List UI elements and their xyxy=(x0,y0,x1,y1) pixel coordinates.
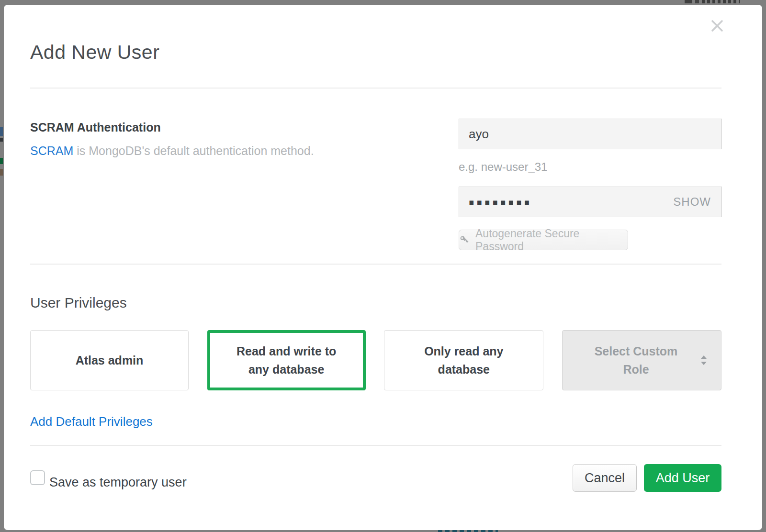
backdrop-fragment xyxy=(695,0,699,3)
autogenerate-password-label: Autogenerate Secure Password xyxy=(475,227,628,253)
cancel-button-label: Cancel xyxy=(585,471,625,486)
add-user-button-label: Add User xyxy=(656,471,710,486)
scram-description: SCRAM is MongoDB's default authenticatio… xyxy=(30,144,314,158)
section-divider xyxy=(30,88,721,89)
privilege-only-read-any-db-button[interactable]: Only read any database xyxy=(384,330,543,390)
select-custom-role-dropdown[interactable]: Select Custom Role xyxy=(562,330,721,390)
scram-description-text: is MongoDB's default authentication meth… xyxy=(73,144,314,157)
username-input[interactable] xyxy=(459,119,722,149)
backdrop-fragment xyxy=(702,0,740,3)
close-icon[interactable] xyxy=(708,16,727,35)
privilege-label: Only read any database xyxy=(404,342,524,378)
page-title: Add New User xyxy=(30,41,159,64)
backdrop-fragment xyxy=(438,530,498,532)
scram-auth-heading: SCRAM Authentication xyxy=(30,121,161,134)
backdrop-fragment xyxy=(0,169,3,176)
backdrop-fragment xyxy=(685,0,692,3)
add-new-user-modal: Add New User SCRAM Authentication SCRAM … xyxy=(4,5,762,530)
show-password-button[interactable]: SHOW xyxy=(673,195,711,209)
privilege-label: Atlas admin xyxy=(76,351,144,369)
cancel-button[interactable]: Cancel xyxy=(573,464,637,492)
user-privileges-heading: User Privileges xyxy=(30,295,127,311)
key-icon xyxy=(459,234,471,246)
privilege-read-write-any-db-button[interactable]: Read and write to any database xyxy=(207,330,366,390)
backdrop-fragment xyxy=(0,158,3,164)
add-user-button[interactable]: Add User xyxy=(644,464,721,492)
save-temporary-user-label: Save as temporary user xyxy=(49,475,187,490)
scram-link[interactable]: SCRAM xyxy=(30,144,73,157)
privilege-atlas-admin-button[interactable]: Atlas admin xyxy=(30,330,189,390)
section-divider xyxy=(30,264,721,265)
autogenerate-password-button[interactable]: Autogenerate Secure Password xyxy=(459,230,628,250)
section-divider xyxy=(30,445,721,446)
up-down-arrows-icon xyxy=(700,355,708,366)
password-masked-value: ▪▪▪▪▪▪▪▪ xyxy=(469,197,532,207)
select-custom-role-placeholder: Select Custom Role xyxy=(582,342,690,378)
add-default-privileges-link[interactable]: Add Default Privileges xyxy=(30,414,153,429)
privilege-label: Read and write to any database xyxy=(229,342,344,378)
backdrop-fragment xyxy=(0,138,3,142)
username-hint: e.g. new-user_31 xyxy=(459,160,547,174)
password-input[interactable]: ▪▪▪▪▪▪▪▪ SHOW xyxy=(459,187,722,217)
privilege-options-row: Atlas admin Read and write to any databa… xyxy=(30,330,721,390)
backdrop-fragment xyxy=(0,127,3,136)
save-temporary-user-checkbox[interactable] xyxy=(30,470,45,485)
